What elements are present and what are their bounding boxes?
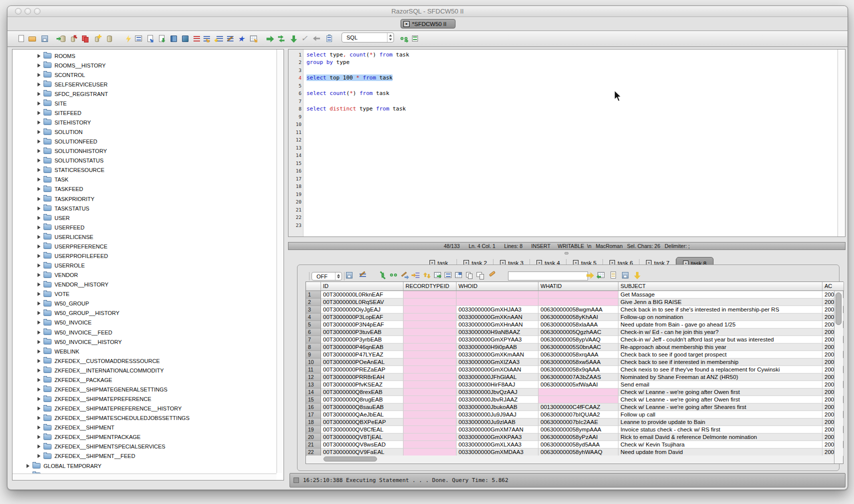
disclosure-triangle-icon[interactable] <box>38 292 40 296</box>
disclosure-triangle-icon[interactable] <box>38 187 40 191</box>
disclosure-triangle-icon[interactable] <box>38 454 40 458</box>
tree-item-zkfedex-shipment-feed[interactable]: ZKFEDEX__SHIPMENT__FEED <box>38 452 135 461</box>
results-list-icon[interactable] <box>411 34 420 43</box>
table-cell[interactable] <box>404 328 456 336</box>
table-cell[interactable] <box>404 306 456 314</box>
table-cell[interactable] <box>404 448 456 456</box>
editor-line-21[interactable]: 21 <box>288 206 837 214</box>
save-file-icon[interactable] <box>40 34 50 43</box>
row-number[interactable]: 16 <box>306 404 321 411</box>
highlight-icon[interactable] <box>488 271 496 280</box>
tree-item-rooms-history[interactable]: ROOMS__HISTORY <box>38 60 106 70</box>
table-cell[interactable]: 00630000007bIc2AAE <box>538 418 618 426</box>
table-cell[interactable]: 0033000000JFhGlAAL <box>456 374 538 381</box>
duplicate-table-icon[interactable] <box>476 271 485 280</box>
editor-line-8[interactable]: 8select distinct type from task <box>288 105 837 113</box>
editor-line-18[interactable]: 18 <box>288 182 837 190</box>
editor-line-7[interactable]: 7 <box>288 98 837 106</box>
table-cell[interactable] <box>404 381 456 388</box>
table-vertical-scrollbar[interactable] <box>834 291 843 464</box>
tree-item-vote[interactable]: VOTE <box>38 290 70 299</box>
row-number[interactable]: 11 <box>306 366 321 374</box>
editor-line-19[interactable]: 19 <box>288 190 837 198</box>
editor-line-17[interactable]: 17 <box>288 175 837 183</box>
disclosure-triangle-icon[interactable] <box>38 444 40 448</box>
tree-item-rooms[interactable]: ROOMS <box>38 51 76 60</box>
table-cell[interactable]: 00T3000000P3LopEAF <box>321 314 404 321</box>
table-cell[interactable]: 00T3000000QV9FaEAL <box>321 448 404 456</box>
table-cell[interactable]: Check back in to see if she's interested… <box>618 306 822 314</box>
tree-item-userlicense[interactable]: USERLICENSE <box>38 232 94 242</box>
table-cell[interactable]: 00T3000000QV8wsEAD <box>321 441 404 448</box>
table-cell[interactable]: 00T3000000Q8sauEAB <box>321 404 404 411</box>
table-details-icon[interactable] <box>444 271 453 280</box>
table-cell[interactable]: 0033000000GmXOiAAN <box>456 366 538 374</box>
table-cell[interactable]: 00T3000000PRR8rEAH <box>321 374 404 381</box>
column-header-WHATID[interactable]: WHATID <box>538 282 618 291</box>
row-number[interactable]: 17 <box>306 411 321 418</box>
disclosure-triangle-icon[interactable] <box>38 92 40 96</box>
go-arrow-icon[interactable] <box>586 271 595 280</box>
table-cell[interactable]: 0033000000Ju9J9AAJ <box>456 411 538 418</box>
table-cell[interactable] <box>538 388 618 396</box>
disclosure-triangle-icon[interactable] <box>38 368 40 372</box>
tree-item-w50-invoice[interactable]: W50_INVOICE <box>38 318 92 328</box>
table-cell[interactable] <box>456 291 538 298</box>
column-header-WHOID[interactable]: WHOID <box>456 282 538 291</box>
export-data-icon[interactable] <box>69 34 78 43</box>
editor-line-9[interactable]: 9 <box>288 113 837 121</box>
table-cell[interactable] <box>404 351 456 358</box>
create-object-icon[interactable] <box>93 34 102 43</box>
disclosure-triangle-icon[interactable] <box>38 244 40 248</box>
row-number[interactable]: 20 <box>306 434 321 441</box>
column-header-ID[interactable]: ID <box>321 282 404 291</box>
table-cell[interactable] <box>456 298 538 306</box>
table-cell[interactable]: 0033000000GmXKnAAN <box>456 314 538 321</box>
disclosure-triangle-icon[interactable] <box>38 206 40 210</box>
disclosure-triangle-icon[interactable] <box>38 426 40 430</box>
editor-line-3[interactable]: 3 <box>288 66 837 74</box>
tree-item-sitehistory[interactable]: SITEHISTORY <box>38 118 91 127</box>
tree-item-scontrol[interactable]: SCONTROL <box>38 70 85 80</box>
table-cell[interactable]: 00630000005S0bnAAC <box>538 344 618 351</box>
tree-item-zkfedex-shipmentspecialservices[interactable]: ZKFEDEX__SHIPMENTSPECIALSERVICES <box>38 442 166 452</box>
import-data-icon[interactable] <box>57 34 66 43</box>
disclosure-triangle-icon[interactable] <box>38 197 40 201</box>
save-results-icon[interactable] <box>345 271 354 280</box>
table-cell[interactable]: Rick to email David & reference Delmonte… <box>618 434 822 441</box>
table-cell[interactable]: 006300000058ypVAAQ <box>538 336 618 344</box>
table-cell[interactable] <box>404 374 456 381</box>
column-header-RECORDTYPEID[interactable]: RECORDTYPEID <box>404 282 456 291</box>
table-cell[interactable]: Need update from Bain - gave go ahead 1/… <box>618 321 822 328</box>
table-cell[interactable]: Follow up call <box>618 411 822 418</box>
tree-item-sfdc-registrant[interactable]: SFDC_REGISTRANT <box>38 89 108 98</box>
row-number[interactable]: 15 <box>306 396 321 404</box>
table-cell[interactable]: 00T3000000P3tuvEAB <box>321 328 404 336</box>
tree-item-vendor-history[interactable]: VENDOR__HISTORY <box>38 280 108 290</box>
disclosure-triangle-icon[interactable] <box>38 140 40 144</box>
disclosure-triangle-icon[interactable] <box>38 311 40 315</box>
new-file-icon[interactable] <box>17 34 26 43</box>
tree-item-zkfedex-package[interactable]: ZKFEDEX__PACKAGE <box>38 375 112 384</box>
sync-table-icon[interactable] <box>434 271 442 280</box>
row-number[interactable]: 21 <box>306 441 321 448</box>
disclosure-triangle-icon[interactable] <box>38 102 40 106</box>
tree-item-zkfedex-shipmatescheduledjobssettings[interactable]: ZKFEDEX__SHIPMATESCHEDULEDJOBSSETTINGS <box>38 414 190 423</box>
disclosure-triangle-icon[interactable] <box>38 416 40 420</box>
generate-sql-icon[interactable] <box>202 34 212 43</box>
table-cell[interactable]: 006300000058yhWAAQ <box>538 448 618 456</box>
table-cell[interactable] <box>404 404 456 411</box>
sql-history-icon[interactable] <box>192 34 202 43</box>
table-cell[interactable]: 006300000058xw5AAA <box>538 358 618 366</box>
tree-item-zkfedex-shipmentpackage[interactable]: ZKFEDEX__SHIPMENTPACKAGE <box>38 432 140 442</box>
tree-item-site[interactable]: SITE <box>38 98 66 108</box>
table-cell[interactable]: 00T3000000PfvKSEAZ <box>321 381 404 388</box>
reference-guide-icon[interactable] <box>181 34 190 43</box>
table-cell[interactable]: 006300000058yPzAAI <box>538 434 618 441</box>
download-results-icon[interactable] <box>633 271 642 280</box>
table-cell[interactable] <box>404 366 456 374</box>
tree-item-solutionfeed[interactable]: SOLUTIONFEED <box>38 137 98 146</box>
disclosure-triangle-icon[interactable] <box>38 340 40 344</box>
tree-item-userrole[interactable]: USERROLE <box>38 261 85 270</box>
table-cell[interactable] <box>404 344 456 351</box>
